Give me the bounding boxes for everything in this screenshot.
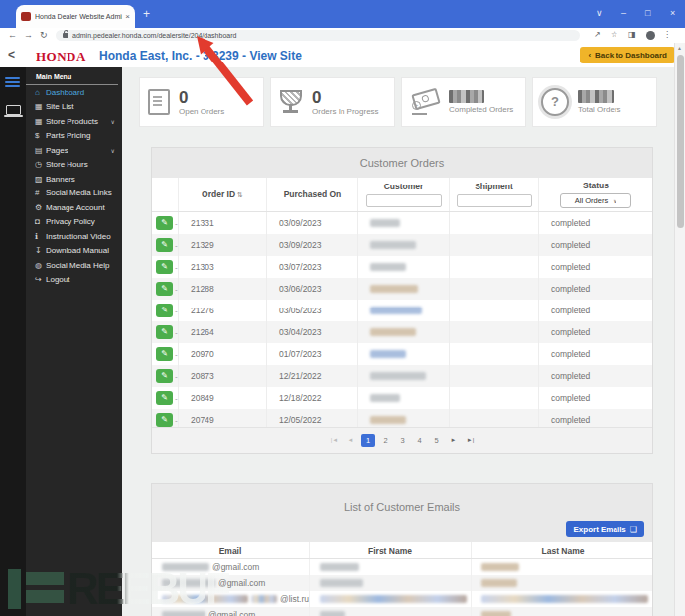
menu-dots-icon[interactable]: ⋮: [663, 30, 671, 39]
reload-icon[interactable]: ↻: [40, 30, 48, 40]
pages-icon: ▤: [35, 146, 46, 155]
shipment-cell: [449, 300, 538, 321]
customer-cell: [357, 278, 449, 300]
home-icon: ⌂: [35, 88, 46, 97]
sidebar: Main Menu ⌂Dashboard▦Site List▦Store Pro…: [0, 67, 122, 616]
back-icon[interactable]: ←: [8, 30, 17, 40]
edit-order-button[interactable]: ✎: [156, 347, 173, 361]
chevron-down-icon: ∨: [111, 118, 115, 125]
profile-avatar[interactable]: [646, 31, 655, 40]
sidebar-item-site-list[interactable]: ▦Site List: [26, 100, 122, 115]
edit-order-button[interactable]: ✎: [156, 391, 173, 405]
forward-icon[interactable]: →: [24, 30, 33, 40]
page-button-4[interactable]: 4: [413, 434, 426, 447]
hamburger-icon[interactable]: [5, 77, 20, 89]
shipment-filter-input[interactable]: [457, 194, 532, 207]
tab-close-icon[interactable]: ×: [125, 12, 130, 21]
email-row: @gmail.com: [152, 575, 652, 591]
close-button[interactable]: ×: [670, 8, 675, 18]
customer-cell: [357, 321, 449, 343]
browser-tab[interactable]: Honda Dealer Website Admin ×: [16, 5, 135, 28]
sidebar-item-banners[interactable]: ▨Banners: [26, 172, 122, 186]
stat-card-orders-in-progress: 0Orders In Progress: [270, 77, 395, 127]
edit-order-button[interactable]: ✎: [156, 369, 173, 383]
edit-order-button[interactable]: ✎: [156, 413, 173, 427]
minimize-button[interactable]: –: [621, 8, 626, 18]
stat-label: Total Orders: [578, 105, 621, 114]
side-panel-icon[interactable]: ◨: [628, 30, 636, 39]
page-button-5[interactable]: 5: [430, 434, 443, 447]
sidebar-item-instructional-video[interactable]: ℹInstructional Video: [26, 229, 122, 244]
sidebar-item-store-hours[interactable]: ◷Store Hours: [26, 158, 122, 173]
sidebar-item-manage-account[interactable]: ⚙Manage Account: [26, 200, 122, 215]
page-button-1[interactable]: 1: [361, 434, 375, 447]
shipment-cell: [449, 278, 538, 300]
page-last-button[interactable]: ►|: [464, 434, 477, 447]
edit-order-button[interactable]: ✎: [156, 216, 173, 230]
share-icon[interactable]: ↗: [594, 30, 601, 39]
status-cell: completed: [538, 256, 652, 278]
stat-label: Orders In Progress: [312, 107, 379, 116]
email-column-header: Email: [152, 542, 309, 558]
sidebar-item-label: Logout: [46, 275, 69, 284]
last-name-cell: [471, 559, 654, 575]
sidebar-menu: Main Menu ⌂Dashboard▦Site List▦Store Pro…: [26, 67, 122, 287]
bookmark-star-icon[interactable]: ☆: [611, 30, 617, 39]
main-content: 0Open Orders0Orders In ProgressCompleted…: [122, 67, 674, 616]
page-button-3[interactable]: 3: [396, 434, 409, 447]
edit-order-button[interactable]: ✎: [156, 282, 173, 296]
sidebar-item-download-manual[interactable]: ↧Download Manual: [26, 244, 122, 259]
sidebar-item-store-products[interactable]: ▦Store Products∨: [26, 114, 122, 129]
redacted-customer-name: [370, 263, 406, 271]
maximize-button[interactable]: □: [645, 8, 650, 18]
back-to-dashboard-button[interactable]: ‹ Back to Dashboard: [580, 47, 675, 63]
sidebar-item-pages[interactable]: ▤Pages∨: [26, 143, 122, 158]
sidebar-item-social-media-links[interactable]: #Social Media Links: [26, 186, 122, 201]
edit-order-button[interactable]: ✎: [156, 260, 173, 274]
page-button-2[interactable]: 2: [379, 434, 392, 447]
emails-card-header: List of Customer Emails Export Emails ❏: [152, 484, 652, 542]
sort-icon: ⇅: [237, 191, 243, 198]
redacted-customer-name: [370, 241, 416, 249]
sidebar-collapse-chevron[interactable]: <: [8, 48, 15, 62]
image-icon: ▨: [35, 175, 46, 184]
sidebar-item-privacy-policy[interactable]: ◘Privacy Policy: [26, 215, 122, 230]
sidebar-item-logout[interactable]: ↪Logout: [26, 273, 122, 288]
scrollbar[interactable]: ▲: [674, 43, 685, 616]
status-cell: completed: [538, 387, 652, 409]
table-row: ✎-2132903/09/2023completed: [152, 234, 652, 256]
tab-search-icon[interactable]: ∨: [596, 8, 603, 18]
edit-order-button[interactable]: ✎: [156, 325, 173, 339]
order-row-actions: ✎-: [152, 365, 178, 387]
sidebar-item-dashboard[interactable]: ⌂Dashboard: [26, 85, 122, 100]
redacted-email-user: [162, 579, 215, 587]
redacted-first-name: [320, 579, 363, 587]
sidebar-item-label: Parts Pricing: [46, 131, 90, 140]
scroll-up-icon[interactable]: ▲: [677, 45, 682, 51]
last-name-column-header: Last Name: [471, 542, 654, 558]
sidebar-item-social-media-help[interactable]: ◍Social Media Help: [26, 258, 122, 273]
export-file-icon: ❏: [630, 525, 637, 534]
status-filter-select[interactable]: All Orders ∨: [560, 193, 631, 208]
status-column-header: Status All Orders ∨: [538, 178, 652, 211]
sidebar-item-parts-pricing[interactable]: $Parts Pricing: [26, 129, 122, 144]
redacted-customer-name: [370, 416, 406, 424]
order-id-column-header[interactable]: Order ID⇅: [178, 178, 266, 211]
customer-filter-input[interactable]: [366, 194, 442, 207]
page-prev-button[interactable]: ◄: [344, 434, 357, 447]
redacted-last-name: [481, 595, 648, 603]
status-cell: completed: [538, 343, 652, 365]
export-emails-button[interactable]: Export Emails ❏: [566, 521, 644, 537]
page-next-button[interactable]: ►: [447, 434, 460, 447]
purchased-on-cell: 01/07/2023: [266, 343, 357, 365]
redacted-stat-value: [578, 90, 614, 103]
purchased-on-cell: 12/21/2022: [266, 365, 357, 387]
new-tab-button[interactable]: +: [143, 7, 150, 21]
scrollbar-thumb[interactable]: [677, 55, 684, 228]
edit-order-button[interactable]: ✎: [156, 238, 173, 252]
address-bar[interactable]: admin.pedealer.honda.com/dealersite/204/…: [56, 30, 580, 41]
edit-order-button[interactable]: ✎: [156, 304, 173, 317]
clock-icon: ◷: [35, 160, 46, 169]
laptop-icon[interactable]: [6, 105, 21, 115]
page-first-button[interactable]: |◄: [328, 434, 341, 447]
